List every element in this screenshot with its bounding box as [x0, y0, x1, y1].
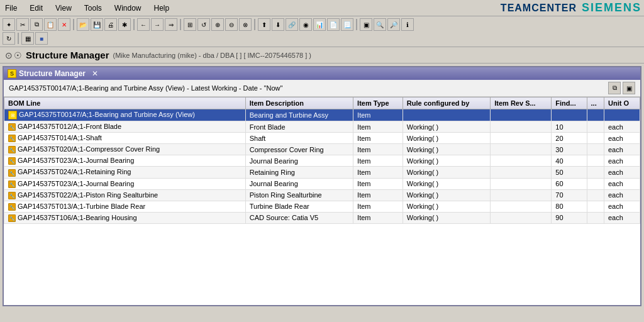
- col-bom-line[interactable]: BOM Line: [4, 97, 246, 109]
- tb-info-btn[interactable]: ℹ: [401, 18, 414, 31]
- cell-item-rev: [491, 178, 552, 189]
- bom-table: BOM Line Item Description Item Type Rule…: [4, 97, 640, 224]
- cell-find: 90: [552, 212, 587, 223]
- cell-item-rev: [491, 167, 552, 178]
- tb-zoom-btn[interactable]: 🔍: [374, 18, 386, 31]
- tb-expand-btn[interactable]: ⊕: [211, 18, 224, 31]
- tb-link-btn[interactable]: 🔗: [286, 18, 298, 31]
- tb-cut-btn[interactable]: ✂: [16, 18, 29, 31]
- nav-fwd-icon[interactable]: ☉: [14, 50, 22, 60]
- app-subtitle: (Mike Manufacturing (mike) - dba / DBA […: [113, 52, 311, 59]
- tb-doc2-btn[interactable]: 📃: [341, 18, 353, 31]
- row-icon-child: 🔧: [8, 146, 16, 153]
- tb-collapse-btn[interactable]: ⊖: [225, 18, 238, 31]
- tb-paste-btn[interactable]: 📋: [44, 18, 57, 31]
- tb-filter-btn[interactable]: ⊗: [239, 18, 252, 31]
- menu-file[interactable]: File: [3, 3, 19, 13]
- cell-description: Retaining Ring: [245, 167, 353, 178]
- table-row[interactable]: 🔧GAP145375T024/A;1-Retaining Ring Retain…: [4, 167, 640, 178]
- col-rule[interactable]: Rule configured by: [402, 97, 490, 109]
- toolbar-sep-4: [254, 19, 255, 30]
- bom-path-bar: GAP145375T00147/A;1-Bearing and Turbine …: [4, 80, 640, 97]
- nav-back-icon[interactable]: ⊙: [5, 50, 13, 60]
- menu-window[interactable]: Window: [112, 3, 144, 13]
- cell-rule: Working( ): [402, 178, 490, 189]
- toolbar-sep-1: [73, 19, 74, 30]
- tb-box-btn[interactable]: ▣: [360, 18, 372, 31]
- table-row[interactable]: ⊞GAP145375T00147/A;1-Bearing and Turbine…: [4, 109, 640, 121]
- tb-copy-btn[interactable]: ⧉: [30, 18, 43, 31]
- cell-find: 70: [552, 189, 587, 201]
- toolbar-sep-3: [180, 19, 181, 30]
- table-row[interactable]: 🔧GAP145375T012/A;1-Front Blade Front Bla…: [4, 121, 640, 133]
- tb-asterisk-btn[interactable]: ✱: [118, 18, 131, 31]
- tb-fwd-btn[interactable]: →: [151, 18, 164, 31]
- cell-rule: Working( ): [402, 121, 490, 133]
- menu-tools[interactable]: Tools: [82, 3, 104, 13]
- cell-bom-line: 🔧GAP145375T022/A;1-Piston Ring Sealturbi…: [4, 189, 246, 201]
- nav-arrows: ⊙ ☉: [5, 50, 22, 60]
- cell-unit: each: [604, 189, 640, 201]
- cell-bom-line: 🔧GAP145375T014/A;1-Shaft: [4, 133, 246, 144]
- app-title: Structure Manager: [26, 50, 109, 60]
- tb-zoom2-btn[interactable]: 🔎: [387, 18, 400, 31]
- table-row[interactable]: 🔧GAP145375T023/A;1-Journal Bearing Journ…: [4, 155, 640, 167]
- tb-graph-btn[interactable]: 📊: [313, 18, 326, 31]
- bom-path-icon1[interactable]: ⧉: [608, 82, 621, 94]
- tb-open-btn[interactable]: 📂: [77, 18, 89, 31]
- col-item-desc[interactable]: Item Description: [245, 97, 353, 109]
- tb-refresh-btn[interactable]: ↺: [197, 18, 210, 31]
- cell-extra: [587, 189, 604, 201]
- inner-titlebar: S Structure Manager ✕: [4, 67, 640, 80]
- table-row[interactable]: 🔧GAP145375T013/A;1-Turbine Blade Rear Tu…: [4, 201, 640, 212]
- menu-view[interactable]: View: [53, 3, 74, 13]
- tb-r2-btn[interactable]: ▦: [21, 32, 34, 45]
- tb-download-btn[interactable]: ⬇: [272, 18, 284, 31]
- inner-window-close[interactable]: ✕: [92, 69, 98, 78]
- tb-r3-btn[interactable]: ■: [35, 32, 48, 45]
- tb-back-btn[interactable]: ←: [137, 18, 150, 31]
- cell-unit: each: [604, 212, 640, 223]
- tb-print-btn[interactable]: 🖨: [104, 18, 117, 31]
- row-icon-child: 🔧: [8, 192, 16, 199]
- tb-save-btn[interactable]: 💾: [91, 18, 103, 31]
- tb-upload-btn[interactable]: ⬆: [258, 18, 270, 31]
- tb-delete-btn[interactable]: ✕: [58, 18, 70, 31]
- cell-item-type: Item: [353, 189, 403, 201]
- row-icon-child: 🔧: [8, 214, 16, 222]
- tb-new-btn[interactable]: ✦: [3, 18, 15, 31]
- cell-unit: [604, 109, 640, 121]
- tb-doc-btn[interactable]: 📄: [327, 18, 340, 31]
- table-row[interactable]: 🔧GAP145375T022/A;1-Piston Ring Sealturbi…: [4, 189, 640, 201]
- col-extra[interactable]: ...: [587, 97, 604, 109]
- table-row[interactable]: 🔧GAP145375T106/A;1-Bearing Housing CAD S…: [4, 212, 640, 223]
- cell-item-rev: [491, 189, 552, 201]
- tb-r1-btn[interactable]: ↻: [3, 32, 15, 45]
- col-item-type[interactable]: Item Type: [353, 97, 403, 109]
- app-header: ⊙ ☉ Structure Manager (Mike Manufacturin…: [0, 47, 644, 64]
- tb-view-btn[interactable]: ◉: [299, 18, 312, 31]
- cell-unit: each: [604, 201, 640, 212]
- menu-edit[interactable]: Edit: [27, 3, 45, 13]
- col-unit[interactable]: Unit O: [604, 97, 640, 109]
- cell-item-type: Item: [353, 121, 403, 133]
- cell-unit: each: [604, 155, 640, 167]
- cell-find: 60: [552, 178, 587, 189]
- cell-description: Front Blade: [245, 121, 353, 133]
- tb-struct-btn[interactable]: ⊞: [184, 18, 196, 31]
- menu-help[interactable]: Help: [152, 3, 172, 13]
- col-find[interactable]: Find...: [552, 97, 587, 109]
- cell-unit: each: [604, 121, 640, 133]
- table-row[interactable]: 🔧GAP145375T014/A;1-Shaft Shaft Item Work…: [4, 133, 640, 144]
- col-item-rev[interactable]: Item Rev S...: [491, 97, 552, 109]
- cell-find: [552, 109, 587, 121]
- cell-rule: Working( ): [402, 167, 490, 178]
- table-container[interactable]: BOM Line Item Description Item Type Rule…: [4, 97, 640, 305]
- tb-nav3-btn[interactable]: ⇒: [165, 18, 177, 31]
- table-row[interactable]: 🔧GAP145375T020/A;1-Compressor Cover Ring…: [4, 144, 640, 155]
- cell-rule: Working( ): [402, 144, 490, 155]
- row-icon-child: 🔧: [8, 203, 16, 211]
- bom-path-icon2[interactable]: ▣: [623, 82, 635, 94]
- toolbar-sep-2: [133, 19, 135, 30]
- table-row[interactable]: 🔧GAP145375T023/A;1-Journal Bearing Journ…: [4, 178, 640, 189]
